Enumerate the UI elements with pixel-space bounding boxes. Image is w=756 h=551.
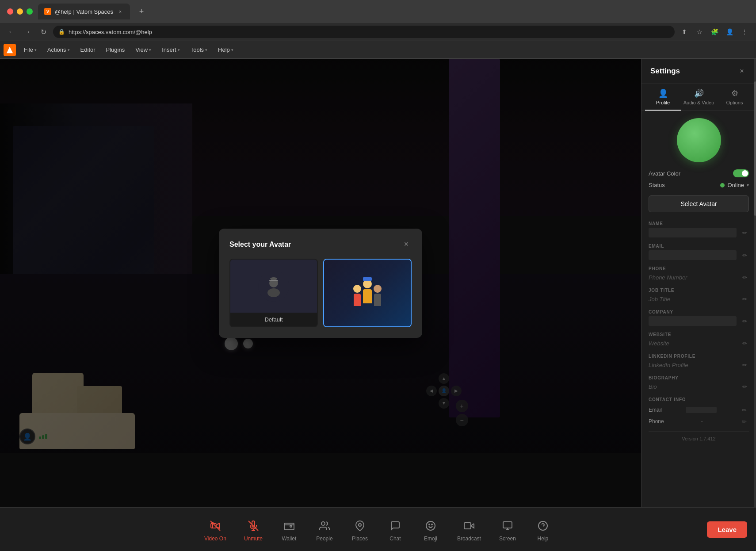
status-row: Status Online ▾ bbox=[649, 182, 749, 188]
menu-editor[interactable]: Editor bbox=[76, 45, 100, 55]
menu-actions[interactable]: Actions ▾ bbox=[43, 45, 74, 55]
browser-extensions-icon[interactable]: 🧩 bbox=[708, 26, 721, 38]
main-area: 👤 ▲ ▼ ◀ ▶ 👤 bbox=[0, 59, 756, 507]
browser-forward-button[interactable]: → bbox=[21, 26, 34, 38]
browser-profile-icon[interactable]: 👤 bbox=[723, 26, 736, 38]
settings-tab-options[interactable]: ⚙ Options bbox=[717, 84, 752, 111]
default-avatar-svg bbox=[263, 275, 285, 297]
toolbar-places-button[interactable]: Places bbox=[342, 514, 378, 545]
menu-plugins[interactable]: Plugins bbox=[102, 45, 130, 55]
settings-panel: Settings × 👤 Profile 🔊 Audio & Video ⚙ O… bbox=[641, 59, 756, 507]
default-avatar-bg bbox=[258, 271, 289, 302]
traffic-lights bbox=[7, 8, 33, 15]
contact-email-edit-icon[interactable]: ✏ bbox=[740, 406, 749, 414]
avatar-color-toggle[interactable] bbox=[733, 169, 749, 177]
svg-point-12 bbox=[359, 524, 361, 526]
field-phone-row: Phone Number ✏ bbox=[649, 273, 749, 282]
modal-close-button[interactable]: × bbox=[401, 239, 412, 250]
menu-file[interactable]: File ▾ bbox=[19, 45, 41, 55]
browser-more-icon[interactable]: ⋮ bbox=[738, 26, 751, 38]
field-website-edit-icon[interactable]: ✏ bbox=[740, 339, 749, 348]
field-name-edit-icon[interactable]: ✏ bbox=[740, 228, 749, 237]
screen-label: Screen bbox=[499, 536, 516, 542]
field-name-row: ✏ bbox=[649, 228, 749, 237]
browser-back-button[interactable]: ← bbox=[5, 26, 18, 38]
tab-favicon: V bbox=[44, 8, 51, 15]
field-email-edit-icon[interactable]: ✏ bbox=[740, 251, 749, 260]
wallet-label: Wallet bbox=[282, 536, 296, 542]
new-tab-button[interactable]: + bbox=[135, 5, 148, 18]
toolbar-unmute-button[interactable]: Unmute bbox=[235, 514, 271, 545]
settings-scrollbar-thumb[interactable] bbox=[754, 81, 756, 216]
field-company-input[interactable] bbox=[649, 316, 737, 326]
field-email-input[interactable] bbox=[649, 250, 737, 260]
browser-bookmark-icon[interactable]: ☆ bbox=[693, 26, 706, 38]
toolbar-screen-button[interactable]: Screen bbox=[490, 514, 525, 545]
leave-button[interactable]: Leave bbox=[707, 521, 747, 538]
avatar-preview bbox=[649, 118, 749, 162]
contact-phone-value: - bbox=[701, 418, 703, 425]
address-bar[interactable]: 🔒 https://spaces.vatom.com/@help bbox=[53, 26, 675, 38]
toolbar-emoji-button[interactable]: Emoji bbox=[413, 514, 448, 545]
field-name-label: NAME bbox=[649, 221, 749, 226]
toolbar-chat-button[interactable]: Chat bbox=[378, 514, 413, 545]
video-on-icon bbox=[207, 518, 223, 534]
field-linkedin-edit-icon[interactable]: ✏ bbox=[740, 360, 749, 369]
select-avatar-button[interactable]: Select Avatar bbox=[649, 195, 749, 212]
svg-point-14 bbox=[429, 524, 430, 525]
toolbar-wallet-button[interactable]: Wallet bbox=[271, 514, 307, 545]
field-email-label: EMAIL bbox=[649, 244, 749, 249]
help-icon bbox=[535, 518, 551, 534]
traffic-light-close[interactable] bbox=[7, 8, 13, 15]
field-name: NAME ✏ bbox=[649, 221, 749, 237]
settings-close-button[interactable]: × bbox=[737, 66, 747, 77]
avatar-card-default[interactable]: Default bbox=[229, 259, 318, 327]
field-linkedin-label: LINKEDIN PROFILE bbox=[649, 354, 749, 359]
avatar-grid: Default bbox=[229, 259, 412, 327]
field-phone: PHONE Phone Number ✏ bbox=[649, 266, 749, 282]
toolbar-video-on-button[interactable]: Video On bbox=[195, 514, 235, 545]
svg-point-13 bbox=[426, 521, 435, 530]
tab-close-button[interactable]: × bbox=[117, 8, 124, 15]
settings-tab-profile[interactable]: 👤 Profile bbox=[645, 84, 681, 111]
field-bio-edit-icon[interactable]: ✏ bbox=[740, 382, 749, 391]
browser-share-icon[interactable]: ⬆ bbox=[678, 26, 691, 38]
browser-titlebar: V @help | Vatom Spaces × + bbox=[0, 0, 756, 23]
browser-tab[interactable]: V @help | Vatom Spaces × bbox=[38, 4, 130, 19]
avatar-card-rpm-label: Ready Player Me bbox=[324, 326, 411, 327]
status-value[interactable]: Online ▾ bbox=[720, 182, 749, 188]
field-company: COMPANY ✏ bbox=[649, 310, 749, 326]
settings-tab-audio-video[interactable]: 🔊 Audio & Video bbox=[681, 84, 717, 111]
unmute-icon bbox=[245, 518, 261, 534]
contact-phone-edit-icon[interactable]: ✏ bbox=[740, 417, 749, 426]
contact-phone-row: Phone - ✏ bbox=[649, 417, 749, 426]
toolbar-people-button[interactable]: People bbox=[307, 514, 342, 545]
traffic-light-maximize[interactable] bbox=[27, 8, 33, 15]
field-job-title-edit-icon[interactable]: ✏ bbox=[740, 295, 749, 303]
field-company-edit-icon[interactable]: ✏ bbox=[740, 317, 749, 325]
modal-title: Select your Avatar bbox=[229, 241, 291, 249]
avatar-card-rpm[interactable]: Ready Player Me bbox=[323, 259, 412, 327]
svg-rect-17 bbox=[503, 522, 512, 528]
menu-view[interactable]: View ▾ bbox=[131, 45, 156, 55]
field-linkedin-value: LinkedIn Profile bbox=[649, 362, 740, 368]
menu-insert[interactable]: Insert ▾ bbox=[157, 45, 184, 55]
avatar-color-row: Avatar Color bbox=[649, 169, 749, 177]
vatom-logo-icon bbox=[6, 46, 14, 54]
field-job-title-label: JOB TITLE bbox=[649, 288, 749, 293]
browser-refresh-button[interactable]: ↻ bbox=[37, 26, 50, 38]
field-email: EMAIL ✏ bbox=[649, 244, 749, 260]
settings-scrollbar[interactable] bbox=[754, 59, 756, 507]
toolbar-broadcast-button[interactable]: Broadcast bbox=[448, 514, 490, 545]
field-website-value: Website bbox=[649, 340, 740, 347]
toolbar-help-button[interactable]: Help bbox=[525, 514, 561, 545]
traffic-light-minimize[interactable] bbox=[17, 8, 23, 15]
menu-tools[interactable]: Tools ▾ bbox=[186, 45, 212, 55]
menu-help[interactable]: Help ▾ bbox=[214, 45, 238, 55]
status-caret-icon: ▾ bbox=[747, 183, 749, 187]
rpm-character-group bbox=[353, 279, 382, 306]
field-name-input[interactable] bbox=[649, 228, 737, 237]
field-phone-edit-icon[interactable]: ✏ bbox=[740, 273, 749, 282]
field-email-row: ✏ bbox=[649, 250, 749, 260]
broadcast-label: Broadcast bbox=[457, 536, 481, 542]
